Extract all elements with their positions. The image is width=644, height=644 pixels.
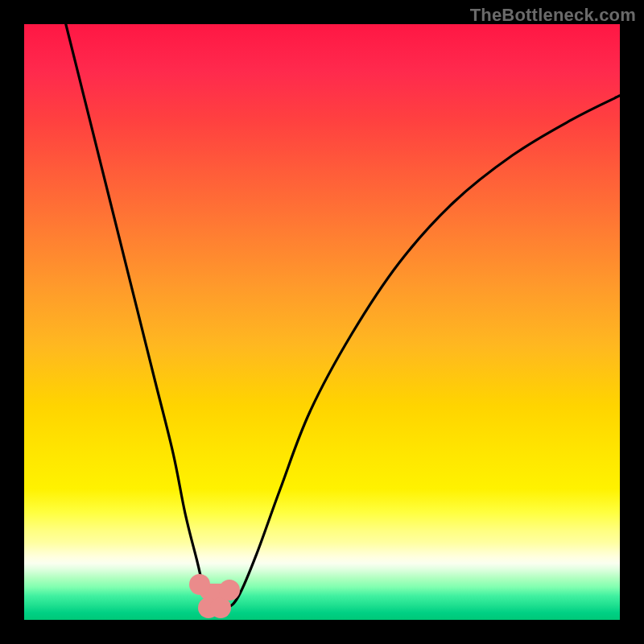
plot-area — [24, 24, 620, 620]
bottleneck-curve — [24, 24, 620, 620]
curve-marker — [219, 580, 240, 601]
chart-frame: TheBottleneck.com — [0, 0, 644, 644]
curve-marker — [210, 597, 231, 618]
watermark-text: TheBottleneck.com — [470, 5, 636, 26]
curve-marker — [189, 574, 210, 595]
